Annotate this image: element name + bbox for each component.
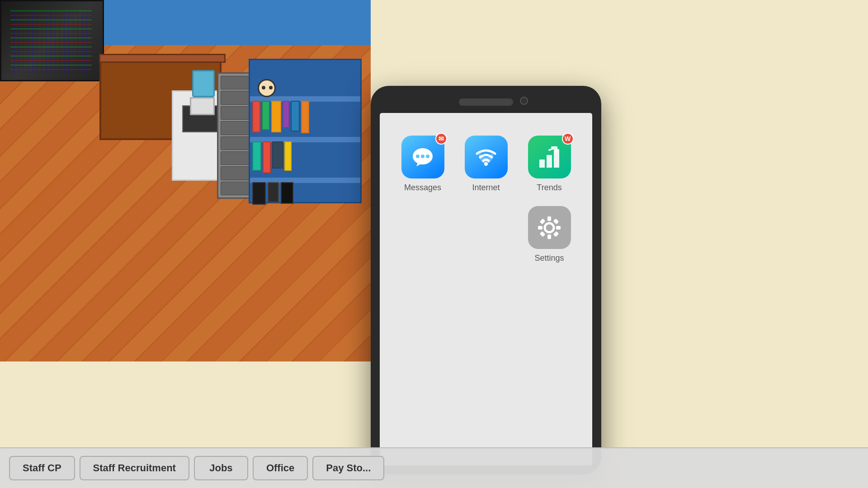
app-trends[interactable]: W Trends — [524, 136, 574, 192]
phone-camera — [520, 97, 528, 105]
svg-point-3 — [426, 155, 429, 158]
svg-rect-16 — [553, 231, 559, 237]
trends-badge: W — [562, 133, 574, 145]
cooler-body — [190, 97, 215, 115]
svg-rect-13 — [540, 218, 546, 224]
app-messages[interactable]: ✉ Messages — [398, 136, 448, 192]
water-cooler — [190, 70, 217, 115]
trends-label: Trends — [537, 183, 561, 192]
svg-rect-9 — [547, 216, 551, 221]
book — [263, 141, 271, 173]
pay-store-button[interactable]: Pay Sto... — [312, 456, 384, 480]
app-internet[interactable]: Internet — [461, 136, 511, 192]
water-tank — [192, 70, 215, 97]
svg-rect-11 — [538, 226, 542, 230]
settings-icon[interactable] — [528, 206, 571, 249]
internet-icon[interactable] — [465, 136, 508, 178]
messages-badge: ✉ — [435, 133, 447, 145]
phone-screen: ✉ Messages — [380, 113, 592, 465]
svg-point-4 — [484, 162, 488, 166]
settings-label: Settings — [534, 253, 564, 263]
staff-recruitment-button[interactable]: Staff Recruitment — [80, 456, 189, 480]
book — [284, 141, 292, 171]
svg-rect-12 — [556, 226, 561, 230]
computer-tower — [0, 0, 104, 81]
phone-speaker — [459, 99, 513, 106]
svg-point-2 — [421, 155, 425, 158]
character-sprite — [253, 79, 280, 115]
messages-label: Messages — [404, 183, 441, 192]
book — [301, 101, 309, 133]
svg-rect-10 — [547, 235, 551, 239]
eye — [269, 86, 273, 89]
book — [252, 141, 261, 171]
svg-rect-15 — [540, 231, 546, 237]
tower-lights — [10, 10, 92, 74]
book — [283, 101, 289, 128]
game-background: ✉ Messages — [0, 0, 868, 488]
svg-rect-14 — [553, 218, 559, 224]
svg-point-8 — [545, 223, 554, 232]
app-grid: ✉ Messages — [389, 127, 583, 272]
svg-point-1 — [416, 155, 420, 158]
shelf-items-3 — [252, 182, 293, 205]
item — [252, 182, 266, 205]
item — [281, 182, 293, 204]
book — [291, 101, 300, 131]
internet-label: Internet — [472, 183, 500, 192]
svg-rect-5 — [539, 160, 545, 168]
taskbar: Staff CP Staff Recruitment Jobs Office P… — [0, 447, 868, 488]
pixel-scene — [0, 0, 371, 488]
item — [268, 182, 279, 202]
svg-rect-6 — [547, 155, 552, 168]
shelf-items-2 — [252, 141, 292, 173]
phone-device: ✉ Messages — [371, 86, 601, 474]
jobs-button[interactable]: Jobs — [194, 456, 248, 480]
character-head — [258, 79, 276, 97]
trends-icon[interactable]: W — [528, 136, 571, 178]
staff-cp-button[interactable]: Staff CP — [9, 456, 75, 480]
dresser-top — [99, 54, 226, 63]
office-button[interactable]: Office — [253, 456, 308, 480]
eye — [262, 86, 265, 89]
app-settings[interactable]: Settings — [524, 206, 574, 263]
book — [272, 141, 283, 169]
messages-icon[interactable]: ✉ — [401, 136, 444, 178]
